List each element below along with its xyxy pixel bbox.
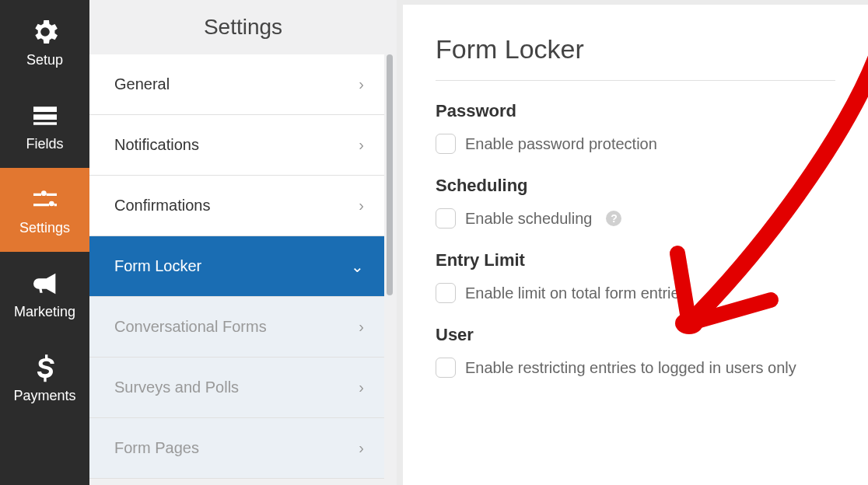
nav-payments[interactable]: Payments <box>0 336 89 420</box>
primary-nav: Setup Fields Settings Marketing Payments <box>0 0 89 485</box>
settings-item-label: Notifications <box>114 136 199 154</box>
help-icon[interactable]: ? <box>606 211 621 226</box>
nav-setup[interactable]: Setup <box>0 0 89 84</box>
panel-title: Form Locker <box>436 34 835 81</box>
settings-item-confirmations[interactable]: Confirmations › <box>89 176 384 236</box>
section-scheduling: Scheduling Enable scheduling ? <box>436 176 835 229</box>
settings-item-general[interactable]: General › <box>89 54 384 115</box>
nav-label: Settings <box>19 220 70 236</box>
form-locker-panel: Form Locker Password Enable password pro… <box>397 0 868 485</box>
nav-fields[interactable]: Fields <box>0 84 89 168</box>
scrollbar[interactable] <box>384 54 397 485</box>
nav-label: Marketing <box>14 304 75 320</box>
settings-item-label: Conversational Forms <box>114 318 267 336</box>
settings-item-label: General <box>114 75 170 93</box>
sliders-icon <box>30 184 61 215</box>
section-heading: User <box>436 325 835 345</box>
gear-icon <box>30 16 61 47</box>
scrollbar-thumb[interactable] <box>387 54 393 295</box>
nav-settings[interactable]: Settings <box>0 168 89 252</box>
section-entry-limit: Entry Limit Enable limit on total form e… <box>436 250 835 303</box>
checkbox-label: Enable restricting entries to logged in … <box>465 359 796 377</box>
checkbox-label: Enable password protection <box>465 135 657 153</box>
nav-label: Payments <box>13 388 75 404</box>
nav-label: Setup <box>26 52 63 68</box>
chevron-right-icon: › <box>359 75 364 93</box>
chevron-right-icon: › <box>359 318 364 336</box>
settings-item-label: Form Pages <box>114 439 199 457</box>
settings-menu: General › Notifications › Confirmations … <box>89 54 384 485</box>
chevron-right-icon: › <box>359 197 364 215</box>
section-user: User Enable restricting entries to logge… <box>436 325 835 378</box>
bullhorn-icon <box>30 268 61 299</box>
chevron-down-icon: ⌄ <box>351 257 364 276</box>
settings-item-surveys-polls[interactable]: Surveys and Polls › <box>89 358 384 418</box>
dollar-icon <box>30 352 61 383</box>
section-heading: Entry Limit <box>436 250 835 270</box>
section-heading: Password <box>436 101 835 121</box>
chevron-right-icon: › <box>359 136 364 154</box>
nav-marketing[interactable]: Marketing <box>0 252 89 336</box>
checkbox-label: Enable scheduling <box>465 210 592 228</box>
chevron-right-icon: › <box>359 379 364 396</box>
enable-entry-limit-checkbox[interactable] <box>436 283 456 303</box>
settings-item-label: Form Locker <box>114 257 201 275</box>
settings-header: Settings <box>89 0 397 54</box>
section-heading: Scheduling <box>436 176 835 196</box>
chevron-right-icon: › <box>359 439 364 457</box>
settings-item-label: Surveys and Polls <box>114 379 239 396</box>
settings-item-form-pages[interactable]: Form Pages › <box>89 418 384 479</box>
section-password: Password Enable password protection <box>436 101 835 154</box>
list-icon <box>30 100 61 131</box>
checkbox-label: Enable limit on total form entries <box>465 284 688 302</box>
enable-password-checkbox[interactable] <box>436 134 456 154</box>
enable-user-restrict-checkbox[interactable] <box>436 358 456 378</box>
nav-label: Fields <box>26 136 63 152</box>
settings-item-conversational-forms[interactable]: Conversational Forms › <box>89 297 384 358</box>
settings-item-form-locker[interactable]: Form Locker ⌄ <box>89 236 384 297</box>
settings-column: Settings General › Notifications › Confi… <box>89 0 397 485</box>
enable-scheduling-checkbox[interactable] <box>436 208 456 229</box>
settings-item-label: Confirmations <box>114 197 210 215</box>
settings-item-notifications[interactable]: Notifications › <box>89 115 384 176</box>
